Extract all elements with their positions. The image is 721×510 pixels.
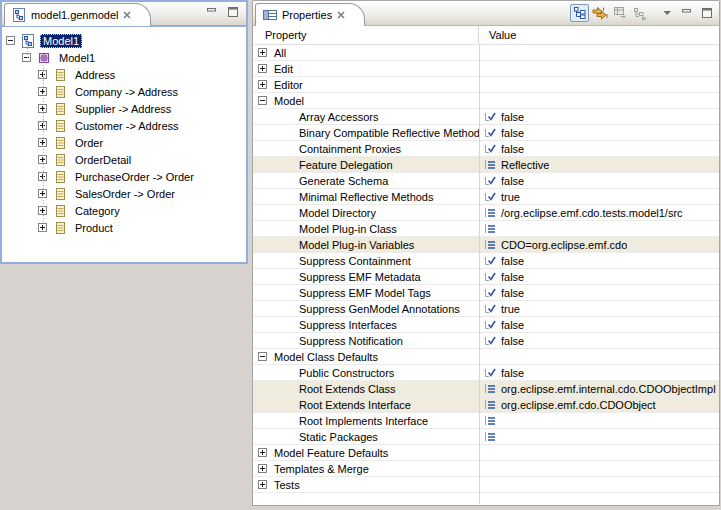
advanced-properties-button[interactable] [590, 4, 609, 22]
property-row[interactable]: Tests [253, 477, 719, 493]
eclass-icon [52, 67, 68, 83]
collapse-icon[interactable] [258, 352, 267, 361]
property-name-label: Array Accessors [299, 111, 378, 123]
property-row[interactable]: Model Plug-in VariablesCDO=org.eclipse.e… [253, 237, 719, 253]
editor-tab-model1-genmodel[interactable]: model1.genmodel [4, 3, 151, 26]
property-value-cell [479, 61, 482, 76]
property-row[interactable]: Minimal Reflective Methodstrue [253, 189, 719, 205]
expand-icon[interactable] [38, 87, 47, 96]
property-row[interactable]: Suppress Interfacesfalse [253, 317, 719, 333]
close-icon[interactable] [336, 10, 346, 20]
expand-icon[interactable] [38, 172, 47, 181]
property-name-label: Editor [274, 79, 303, 91]
property-row[interactable]: Root Extends Classorg.eclipse.emf.intern… [253, 381, 719, 397]
minimize-button[interactable] [677, 4, 696, 22]
property-name-cell: Array Accessors [253, 109, 479, 124]
property-row[interactable]: Edit [253, 61, 719, 77]
close-icon[interactable] [122, 10, 132, 20]
property-value-cell [479, 349, 482, 364]
expand-icon[interactable] [38, 155, 47, 164]
tree-item[interactable]: Address [2, 66, 246, 83]
expand-icon[interactable] [258, 80, 267, 89]
property-row[interactable]: Suppress EMF Model Tagsfalse [253, 285, 719, 301]
property-row[interactable]: Suppress EMF Metadatafalse [253, 269, 719, 285]
property-row[interactable]: Model Directory/org.eclipse.emf.cdo.test… [253, 205, 719, 221]
tree-item[interactable]: PurchaseOrder -> Order [2, 168, 246, 185]
epackage-icon [36, 50, 52, 66]
expand-icon[interactable] [258, 448, 267, 457]
property-value-label: false [501, 367, 524, 379]
expand-icon[interactable] [38, 70, 47, 79]
tree-item[interactable]: Supplier -> Address [2, 100, 246, 117]
expand-icon[interactable] [258, 480, 267, 489]
property-name-cell: Model Plug-in Class [253, 221, 479, 236]
property-row[interactable]: Model [253, 93, 719, 109]
property-value-label: false [501, 335, 524, 347]
property-row[interactable]: Root Extends Interfaceorg.eclipse.emf.cd… [253, 397, 719, 413]
tree-item[interactable]: Category [2, 202, 246, 219]
maximize-button[interactable] [697, 4, 716, 22]
tree-item[interactable]: Model1 [2, 32, 246, 49]
property-row[interactable]: Root Implements Interface [253, 413, 719, 429]
boolean-value-icon [482, 285, 498, 300]
property-name-label: Root Implements Interface [299, 415, 428, 427]
property-name-cell: Containment Proxies [253, 141, 479, 156]
property-name-cell: Generate Schema [253, 173, 479, 188]
expand-icon[interactable] [38, 223, 47, 232]
collapse-icon[interactable] [258, 96, 267, 105]
tree-item[interactable]: Model1 [2, 49, 246, 66]
text-value-icon [482, 237, 498, 252]
view-menu-button[interactable] [657, 4, 676, 22]
properties-table: AllEditEditorModelArray AccessorsfalseBi… [253, 45, 719, 504]
property-name-label: Binary Compatible Reflective Methods [299, 127, 479, 139]
expand-icon[interactable] [38, 121, 47, 130]
property-row[interactable]: Public Constructorsfalse [253, 365, 719, 381]
maximize-button[interactable] [223, 3, 242, 21]
property-row[interactable]: Model Feature Defaults [253, 445, 719, 461]
tree-item[interactable]: OrderDetail [2, 151, 246, 168]
tree-item[interactable]: Product [2, 219, 246, 236]
tree-item[interactable]: SalesOrder -> Order [2, 185, 246, 202]
expand-icon[interactable] [258, 464, 267, 473]
property-row[interactable]: Array Accessorsfalse [253, 109, 719, 125]
tree-mode-button[interactable] [570, 4, 589, 22]
property-row[interactable]: Model Plug-in Class [253, 221, 719, 237]
restore-default-button [610, 4, 629, 22]
minimize-button[interactable] [202, 3, 221, 21]
expand-icon[interactable] [38, 189, 47, 198]
collapse-icon[interactable] [22, 53, 31, 62]
property-row[interactable]: Containment Proxiesfalse [253, 141, 719, 157]
property-row[interactable]: Suppress Notificationfalse [253, 333, 719, 349]
property-value-label: org.eclipse.emf.internal.cdo.CDOObjectIm… [501, 383, 716, 395]
property-name-cell: Minimal Reflective Methods [253, 189, 479, 204]
properties-tab[interactable]: Properties [255, 3, 365, 26]
property-value-label: false [501, 287, 524, 299]
property-name-cell: Templates & Merge [253, 461, 479, 476]
property-row[interactable]: Generate Schemafalse [253, 173, 719, 189]
property-column-header: Property [253, 26, 479, 44]
property-name-label: Model Class Defaults [274, 351, 378, 363]
eclass-icon [52, 118, 68, 134]
tree-item[interactable]: Order [2, 134, 246, 151]
property-row[interactable]: Templates & Merge [253, 461, 719, 477]
collapse-icon[interactable] [6, 36, 15, 45]
property-name-label: Model [274, 95, 304, 107]
tree-item[interactable]: Customer -> Address [2, 117, 246, 134]
expand-icon[interactable] [38, 104, 47, 113]
expand-icon[interactable] [38, 138, 47, 147]
property-row[interactable]: Suppress GenModel Annotationstrue [253, 301, 719, 317]
expand-icon[interactable] [258, 64, 267, 73]
property-row[interactable]: Binary Compatible Reflective Methodsfals… [253, 125, 719, 141]
property-name-cell: Model Feature Defaults [253, 445, 479, 460]
expand-icon[interactable] [38, 206, 47, 215]
property-row[interactable]: Editor [253, 77, 719, 93]
expand-icon[interactable] [258, 48, 267, 57]
property-row[interactable]: Feature DelegationReflective [253, 157, 719, 173]
tree-item-label: Model1 [56, 51, 98, 65]
property-row[interactable]: Suppress Containmentfalse [253, 253, 719, 269]
property-row[interactable]: All [253, 45, 719, 61]
tree-item[interactable]: Company -> Address [2, 83, 246, 100]
property-name-label: Root Extends Interface [299, 399, 411, 411]
property-row[interactable]: Model Class Defaults [253, 349, 719, 365]
property-row[interactable]: Static Packages [253, 429, 719, 445]
